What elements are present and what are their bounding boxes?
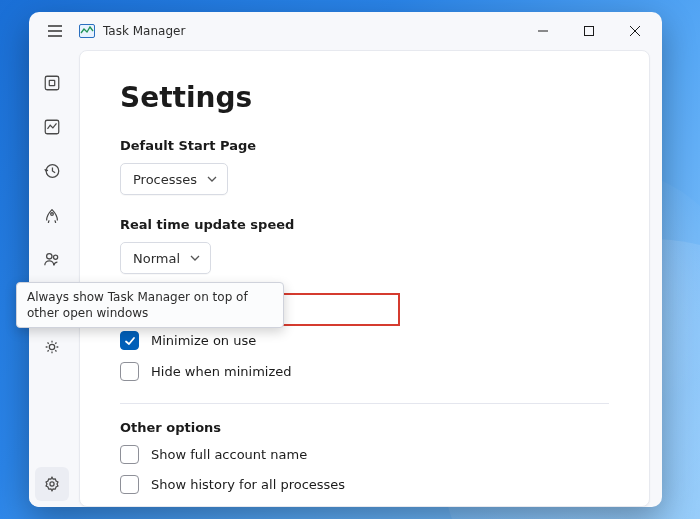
- default-start-page-dropdown[interactable]: Processes: [120, 163, 228, 195]
- update-speed-value: Normal: [133, 251, 180, 266]
- nav-processes[interactable]: [35, 66, 69, 100]
- task-manager-icon: [79, 24, 95, 38]
- divider: [120, 403, 609, 404]
- update-speed-dropdown[interactable]: Normal: [120, 242, 211, 274]
- nav-settings[interactable]: [35, 467, 69, 501]
- full-account-name-label: Show full account name: [151, 447, 307, 462]
- settings-content: Settings Default Start Page Processes Re…: [79, 50, 650, 507]
- svg-rect-5: [585, 27, 594, 36]
- history-all-processes-option[interactable]: Show history for all processes: [120, 475, 609, 494]
- history-all-processes-label: Show history for all processes: [151, 477, 345, 492]
- nav-users[interactable]: [35, 242, 69, 276]
- update-speed-label: Real time update speed: [120, 217, 609, 232]
- default-start-page-label: Default Start Page: [120, 138, 609, 153]
- hamburger-menu-button[interactable]: [41, 17, 69, 45]
- svg-point-22: [50, 482, 54, 486]
- chevron-down-icon: [207, 174, 217, 184]
- minimize-on-use-label: Minimize on use: [151, 333, 256, 348]
- default-start-page-value: Processes: [133, 172, 197, 187]
- minimize-on-use-option[interactable]: Minimize on use: [120, 331, 609, 350]
- tooltip: Always show Task Manager on top of other…: [16, 282, 284, 328]
- task-manager-window: Task Manager: [29, 12, 662, 507]
- chevron-down-icon: [190, 253, 200, 263]
- hide-when-minimized-option[interactable]: Hide when minimized: [120, 362, 609, 381]
- svg-rect-8: [45, 76, 59, 90]
- svg-point-12: [51, 213, 54, 216]
- close-button[interactable]: [612, 12, 658, 50]
- full-account-name-option[interactable]: Show full account name: [120, 445, 609, 464]
- nav-app-history[interactable]: [35, 154, 69, 188]
- minimize-button[interactable]: [520, 12, 566, 50]
- hide-when-minimized-label: Hide when minimized: [151, 364, 292, 379]
- nav-services[interactable]: [35, 330, 69, 364]
- titlebar: Task Manager: [29, 12, 662, 50]
- svg-point-14: [54, 255, 58, 259]
- nav-performance[interactable]: [35, 110, 69, 144]
- minimize-on-use-checkbox[interactable]: [120, 331, 139, 350]
- maximize-button[interactable]: [566, 12, 612, 50]
- hide-when-minimized-checkbox[interactable]: [120, 362, 139, 381]
- svg-point-21: [49, 344, 54, 349]
- svg-rect-9: [49, 80, 54, 85]
- nav-startup-apps[interactable]: [35, 198, 69, 232]
- app-title: Task Manager: [103, 24, 185, 38]
- full-account-name-checkbox[interactable]: [120, 445, 139, 464]
- svg-point-13: [47, 254, 52, 259]
- page-title: Settings: [120, 81, 609, 114]
- nav-rail: [29, 50, 75, 507]
- history-all-processes-checkbox[interactable]: [120, 475, 139, 494]
- other-options-label: Other options: [120, 420, 609, 435]
